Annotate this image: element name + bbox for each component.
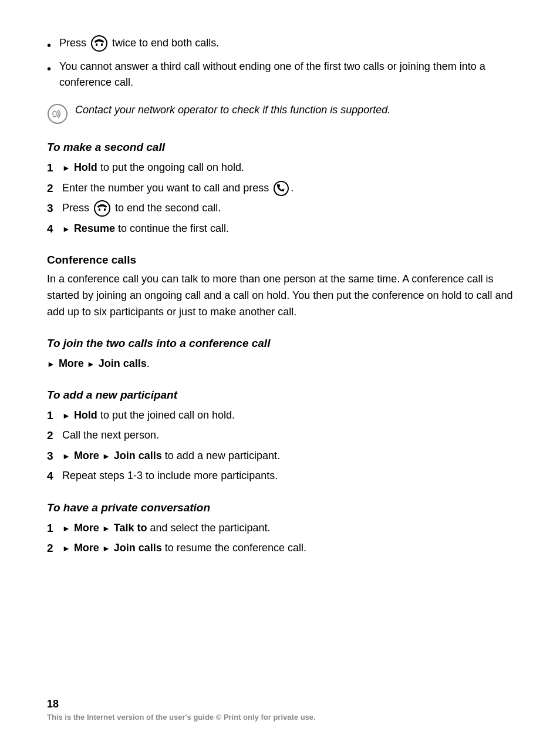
section1-heading: To make a second call bbox=[47, 141, 513, 154]
page-number: 18 bbox=[47, 698, 513, 710]
s5-num-2: 2 bbox=[47, 540, 62, 557]
s4-num-2: 2 bbox=[47, 427, 62, 444]
svg-point-3 bbox=[53, 111, 56, 117]
s4-num-3: 3 bbox=[47, 448, 62, 465]
step-num-4: 4 bbox=[47, 221, 62, 238]
footer-note: This is the Internet version of the user… bbox=[47, 713, 513, 722]
arrow-icon-8: ► bbox=[62, 524, 70, 533]
s4-step3-text: ► More ► Join calls to add a new partici… bbox=[62, 448, 513, 464]
step-num-3: 3 bbox=[47, 200, 62, 217]
arrow-icon: ► bbox=[62, 163, 70, 173]
section4-step-1: 1 ► Hold to put the joined call on hold. bbox=[47, 407, 513, 424]
svg-point-2 bbox=[48, 104, 67, 123]
section2-paragraph: In a conference call you can talk to mor… bbox=[47, 271, 513, 321]
section3-step: ► More ► Join calls. bbox=[47, 356, 513, 372]
section4-heading: To add a new participant bbox=[47, 389, 513, 402]
arrow-icon-11: ► bbox=[102, 544, 110, 553]
svg-rect-0 bbox=[101, 43, 103, 46]
softkey-more-1: More bbox=[59, 358, 84, 369]
arrow-icon-7: ► bbox=[102, 451, 110, 461]
softkey-more-4: More bbox=[74, 542, 99, 554]
s4-step4-text: Repeat steps 1-3 to include more partici… bbox=[62, 468, 513, 484]
section5-step-1: 1 ► More ► Talk to and select the partic… bbox=[47, 520, 513, 537]
step-num-2: 2 bbox=[47, 180, 62, 197]
section4-step-3: 3 ► More ► Join calls to add a new parti… bbox=[47, 448, 513, 465]
arrow-icon-3: ► bbox=[47, 359, 55, 369]
s4-num-4: 4 bbox=[47, 468, 62, 485]
bullet-dot-1: • bbox=[47, 36, 51, 54]
section3-heading: To join the two calls into a conference … bbox=[47, 337, 513, 350]
s4-num-1: 1 bbox=[47, 407, 62, 424]
s4-step1-text: ► Hold to put the joined call on hold. bbox=[62, 407, 513, 423]
call-icon bbox=[274, 181, 289, 196]
bullet-item-2: • You cannot answer a third call without… bbox=[47, 59, 513, 90]
bullet-item-1: • Press twice to end both calls. bbox=[47, 35, 513, 54]
section5-steps: 1 ► More ► Talk to and select the partic… bbox=[47, 520, 513, 557]
section4-steps: 1 ► Hold to put the joined call on hold.… bbox=[47, 407, 513, 485]
section1-step-2: 2 Enter the number you want to call and … bbox=[47, 180, 513, 197]
softkey-talkto: Talk to bbox=[114, 522, 147, 534]
section1-step-3: 3 Press to end the second call. bbox=[47, 200, 513, 217]
softkey-hold-1: Hold bbox=[74, 161, 97, 173]
arrow-icon-5: ► bbox=[62, 411, 70, 420]
step4-text: ► Resume to continue the first call. bbox=[62, 221, 513, 237]
info-box: Contact your network operator to check i… bbox=[47, 102, 513, 124]
section4-step-2: 2 Call the next person. bbox=[47, 427, 513, 444]
softkey-resume: Resume bbox=[74, 223, 115, 234]
section4-step-4: 4 Repeat steps 1-3 to include more parti… bbox=[47, 468, 513, 485]
arrow-icon-10: ► bbox=[62, 544, 70, 553]
step2-text: Enter the number you want to call and pr… bbox=[62, 180, 513, 196]
s5-step1-text: ► More ► Talk to and select the particip… bbox=[62, 520, 513, 536]
section1-step-1: 1 ► Hold to put the ongoing call on hold… bbox=[47, 160, 513, 177]
bullet-list: • Press twice to end both calls. • You c… bbox=[47, 35, 513, 90]
softkey-join-3: Join calls bbox=[114, 542, 162, 554]
footer: 18 This is the Internet version of the u… bbox=[47, 698, 513, 722]
section5-heading: To have a private conversation bbox=[47, 501, 513, 514]
arrow-icon-9: ► bbox=[102, 524, 110, 533]
end-call-icon-2 bbox=[94, 200, 110, 217]
svg-rect-4 bbox=[104, 208, 106, 211]
section2-heading: Conference calls bbox=[47, 254, 513, 267]
arrow-icon-2: ► bbox=[62, 224, 70, 234]
step-num-1: 1 bbox=[47, 160, 62, 177]
s5-num-1: 1 bbox=[47, 520, 62, 537]
info-text: Contact your network operator to check i… bbox=[75, 102, 390, 118]
s5-step2-text: ► More ► Join calls to resume the confer… bbox=[62, 540, 513, 556]
bullet-item-1-text: Press twice to end both calls. bbox=[59, 35, 219, 52]
step1-text: ► Hold to put the ongoing call on hold. bbox=[62, 160, 513, 176]
softkey-more-3: More bbox=[74, 522, 99, 534]
softkey-join-2: Join calls bbox=[114, 450, 162, 461]
section5-step-2: 2 ► More ► Join calls to resume the conf… bbox=[47, 540, 513, 557]
info-icon bbox=[47, 103, 68, 124]
svg-rect-5 bbox=[99, 208, 100, 211]
arrow-icon-6: ► bbox=[62, 451, 70, 461]
s4-step2-text: Call the next person. bbox=[62, 427, 513, 443]
softkey-more-2: More bbox=[74, 450, 99, 461]
softkey-hold-2: Hold bbox=[74, 409, 97, 421]
section1-step-4: 4 ► Resume to continue the first call. bbox=[47, 221, 513, 238]
end-call-icon-1 bbox=[91, 35, 107, 52]
page-content: • Press twice to end both calls. • You c… bbox=[47, 35, 513, 557]
svg-rect-1 bbox=[96, 43, 97, 46]
step3-text: Press to end the second call. bbox=[62, 200, 513, 217]
bullet-item-2-text: You cannot answer a third call without e… bbox=[59, 59, 513, 90]
bullet-dot-2: • bbox=[47, 60, 51, 77]
softkey-join-1: Join calls bbox=[99, 358, 147, 369]
section1-steps: 1 ► Hold to put the ongoing call on hold… bbox=[47, 160, 513, 237]
arrow-icon-4: ► bbox=[87, 359, 95, 369]
